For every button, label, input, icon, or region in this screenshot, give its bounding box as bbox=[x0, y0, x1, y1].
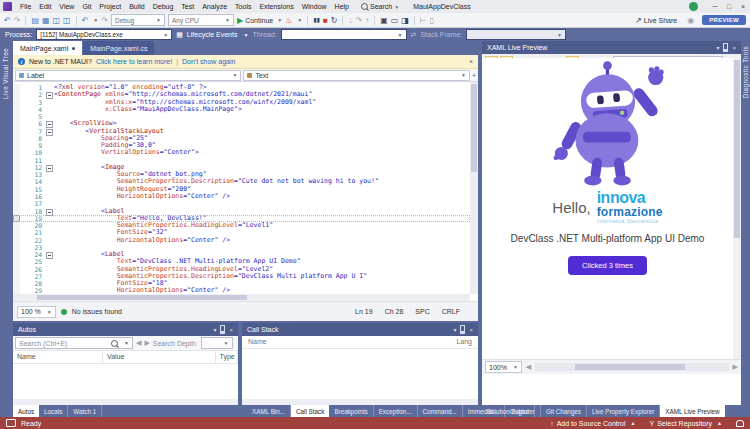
menu-file[interactable]: File bbox=[16, 3, 35, 10]
close-button[interactable]: × bbox=[736, 3, 750, 10]
breakpoint-margin[interactable] bbox=[13, 106, 20, 113]
counter-button[interactable]: Clicked 3 times bbox=[568, 256, 647, 275]
info-bar-close-icon[interactable]: × bbox=[469, 58, 473, 65]
tab-mainpage-xaml-cs[interactable]: MainPage.xaml.cs bbox=[83, 41, 154, 55]
outlining-margin[interactable] bbox=[45, 128, 54, 135]
menu-analyze[interactable]: Analyze bbox=[198, 3, 231, 10]
outlining-margin[interactable] bbox=[45, 178, 54, 185]
outlining-margin[interactable] bbox=[45, 157, 54, 164]
preview-zoom-dropdown[interactable]: 100%▼ bbox=[485, 361, 522, 373]
breakpoint-margin[interactable] bbox=[13, 186, 20, 193]
breakpoint-margin[interactable] bbox=[13, 135, 20, 142]
window-menu-icon[interactable]: ▾ bbox=[453, 326, 456, 333]
breakpoint-margin[interactable] bbox=[13, 251, 20, 258]
feedback-icon[interactable]: ◉ bbox=[687, 16, 694, 25]
menu-view[interactable]: View bbox=[55, 3, 78, 10]
close-icon[interactable]: × bbox=[469, 327, 473, 333]
autos-column-name[interactable]: Name bbox=[13, 351, 103, 363]
menu-extensions[interactable]: Extensions bbox=[255, 3, 297, 10]
outlining-margin[interactable] bbox=[45, 215, 54, 222]
diagnostic-tools-side-tab[interactable]: Diagnostic Tools bbox=[742, 46, 749, 136]
save-all-icon[interactable]: ◫ bbox=[63, 16, 71, 25]
outlining-margin[interactable] bbox=[45, 113, 54, 120]
editor-vertical-scrollbar[interactable] bbox=[470, 82, 478, 294]
outlining-margin[interactable] bbox=[45, 208, 54, 215]
outlining-margin[interactable] bbox=[45, 251, 54, 258]
dont-show-again-link[interactable]: Don't show again bbox=[182, 58, 235, 65]
search-control[interactable]: Search ▼ bbox=[361, 3, 399, 10]
user-avatar[interactable] bbox=[689, 2, 698, 11]
breakpoint-margin[interactable] bbox=[13, 157, 20, 164]
learn-more-link[interactable]: Click here to learn more! bbox=[96, 58, 172, 65]
spaces-indicator[interactable]: SPC bbox=[415, 308, 429, 315]
stop-debug-icon[interactable]: ■ bbox=[323, 16, 328, 25]
search-depth-dropdown[interactable]: ▼ bbox=[201, 337, 233, 349]
new-file-icon[interactable]: ▤ bbox=[31, 16, 39, 25]
pin-icon[interactable] bbox=[723, 43, 728, 52]
device-icon[interactable]: ▭ bbox=[391, 16, 399, 25]
preview-vertical-scrollbar[interactable] bbox=[733, 58, 741, 359]
window-menu-icon[interactable]: ▾ bbox=[716, 44, 719, 51]
menu-tools[interactable]: Tools bbox=[231, 3, 255, 10]
outlining-margin[interactable] bbox=[45, 273, 54, 280]
scroll-right-icon[interactable]: ▶ bbox=[733, 363, 738, 371]
editor-horizontal-scrollbar[interactable] bbox=[13, 294, 470, 301]
bottom-tab-call-stack[interactable]: Call Stack bbox=[291, 405, 329, 417]
breakpoint-margin[interactable] bbox=[13, 99, 20, 106]
breakpoint-margin[interactable] bbox=[13, 208, 20, 215]
prev-frame-icon[interactable]: ⇄ bbox=[411, 31, 417, 39]
breakpoint-margin[interactable] bbox=[13, 91, 20, 98]
call-stack-name-column[interactable]: Name bbox=[242, 336, 452, 348]
outlining-margin[interactable] bbox=[45, 200, 54, 207]
outlining-margin[interactable] bbox=[45, 149, 54, 156]
notifications-bell-icon[interactable] bbox=[736, 420, 744, 427]
breakpoint-margin[interactable] bbox=[13, 178, 20, 185]
outlining-margin[interactable] bbox=[45, 229, 54, 236]
close-icon[interactable]: × bbox=[229, 327, 233, 333]
lifecycle-events-button[interactable]: Lifecycle Events bbox=[187, 31, 238, 38]
step-out-icon[interactable]: ↑ bbox=[365, 16, 369, 25]
line-ending-indicator[interactable]: CRLF bbox=[442, 308, 460, 315]
process-dropdown[interactable]: [1152] MauiAppDevClass.exe▼ bbox=[36, 29, 172, 40]
undo-icon[interactable]: ↶ bbox=[82, 16, 89, 25]
bottom-tab-solution-explorer[interactable]: Solution Explorer bbox=[482, 405, 541, 417]
editor-zoom-dropdown[interactable]: 100 %▼ bbox=[17, 306, 56, 318]
breakpoint-margin[interactable] bbox=[13, 215, 20, 222]
restart-icon[interactable]: ↻ bbox=[331, 16, 338, 25]
bottom-tab-git-changes[interactable]: Git Changes bbox=[541, 405, 587, 417]
window-menu-icon[interactable]: ▾ bbox=[213, 326, 216, 333]
maximize-button[interactable]: □ bbox=[722, 3, 736, 10]
bottom-tab-locals[interactable]: Locals bbox=[39, 405, 68, 417]
breakpoint-margin[interactable] bbox=[13, 120, 20, 127]
minimize-button[interactable]: ─ bbox=[708, 3, 722, 10]
breakpoint-margin[interactable] bbox=[13, 273, 20, 280]
bookmark-icon[interactable]: ▯ bbox=[430, 16, 434, 25]
menu-project[interactable]: Project bbox=[95, 3, 125, 10]
menu-debug[interactable]: Debug bbox=[149, 3, 178, 10]
preview-button[interactable]: PREVIEW bbox=[702, 15, 746, 25]
navigate-back-icon[interactable]: ↶ bbox=[4, 16, 11, 25]
pin-icon[interactable] bbox=[460, 325, 465, 334]
breakpoint-margin[interactable] bbox=[13, 84, 20, 91]
bottom-tab-watch-1[interactable]: Watch 1 bbox=[68, 405, 102, 417]
platform-dropdown[interactable]: Any CPU▼ bbox=[168, 14, 234, 26]
outlining-margin[interactable] bbox=[45, 106, 54, 113]
outlining-margin[interactable] bbox=[45, 164, 54, 171]
breakpoint-margin[interactable] bbox=[13, 266, 20, 273]
breakpoint-margin[interactable] bbox=[13, 237, 20, 244]
autos-column-value[interactable]: Value bbox=[103, 351, 216, 363]
breakpoint-margin[interactable] bbox=[13, 258, 20, 265]
output-window-icon[interactable] bbox=[6, 419, 16, 427]
breakpoint-margin[interactable] bbox=[13, 222, 20, 229]
solution-config-dropdown[interactable]: Debug▼ bbox=[111, 14, 165, 26]
outlining-margin[interactable] bbox=[45, 193, 54, 200]
break-all-icon[interactable]: ▮▮ bbox=[313, 16, 320, 25]
tab-mainpage-xaml[interactable]: MainPage.xaml bbox=[13, 41, 82, 55]
preview-horizontal-scrollbar[interactable] bbox=[535, 363, 728, 371]
breakpoint-margin[interactable] bbox=[13, 164, 20, 171]
menu-git[interactable]: Git bbox=[78, 3, 95, 10]
outlining-margin[interactable] bbox=[45, 91, 54, 98]
split-add-icon[interactable]: + bbox=[472, 72, 476, 79]
close-icon[interactable]: × bbox=[732, 45, 736, 51]
code-surface[interactable]: 1<?xml version="1.0" encoding="utf-8" ?>… bbox=[13, 82, 470, 296]
